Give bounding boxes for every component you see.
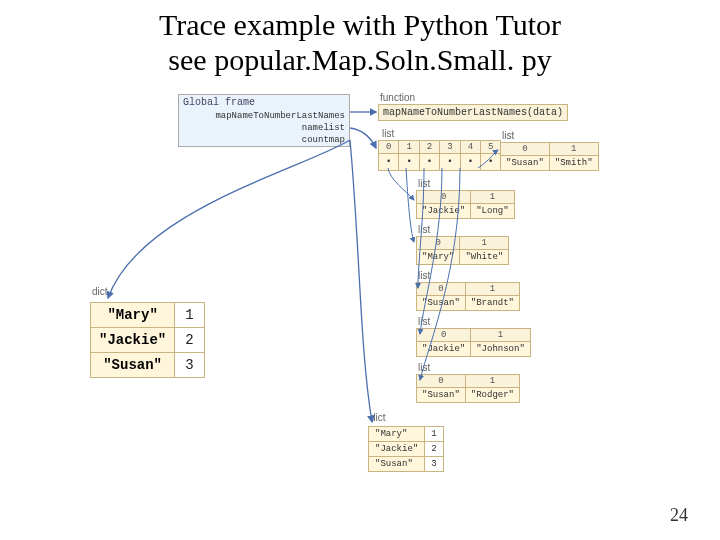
i: 1 bbox=[465, 375, 519, 388]
ptr-cell: • bbox=[481, 154, 501, 171]
ptr-cell: • bbox=[379, 154, 399, 171]
ptr-cell: • bbox=[419, 154, 439, 171]
v: "Susan" bbox=[501, 156, 550, 171]
v: "Susan" bbox=[417, 296, 466, 311]
ptr-cell: • bbox=[460, 154, 480, 171]
v: "Johnson" bbox=[471, 342, 531, 357]
function-signature: mapNameToNumberLastNames(data) bbox=[378, 104, 568, 121]
i: 0 bbox=[417, 329, 471, 342]
i: 0 bbox=[417, 375, 466, 388]
sublist-5: 01 "Susan""Rodger" bbox=[416, 374, 520, 403]
title-line-1: Trace example with Python Tutor bbox=[159, 8, 561, 41]
countmap-small-type-label: dict bbox=[370, 412, 386, 423]
namelist-list: 0 1 2 3 4 5 • • • • • • bbox=[378, 140, 501, 171]
global-var-namelist: namelist bbox=[179, 122, 349, 134]
idx-cell: 0 bbox=[379, 141, 399, 154]
idx-cell: 1 bbox=[399, 141, 419, 154]
sublist-3: 01 "Susan""Brandt" bbox=[416, 282, 520, 311]
ptr-cell: • bbox=[399, 154, 419, 171]
sublist-type-label: list bbox=[418, 178, 430, 189]
i: 1 bbox=[465, 283, 519, 296]
idx-cell: 2 bbox=[419, 141, 439, 154]
countmap-dict-small: "Mary"1 "Jackie"2 "Susan"3 bbox=[368, 426, 444, 472]
idx-cell: 4 bbox=[460, 141, 480, 154]
ptr-cell: • bbox=[440, 154, 460, 171]
sublist-type-label: list bbox=[418, 270, 430, 281]
dict-val: 1 bbox=[175, 303, 204, 328]
dict-key: "Jackie" bbox=[369, 442, 425, 457]
i: 0 bbox=[417, 237, 460, 250]
idx-cell: 5 bbox=[481, 141, 501, 154]
global-frame-title: Global frame bbox=[179, 95, 349, 110]
sublist-type-label: list bbox=[418, 362, 430, 373]
namelist-type-label: list bbox=[382, 128, 394, 139]
v: "Mary" bbox=[417, 250, 460, 265]
global-var-countmap: countmap bbox=[179, 134, 349, 146]
i: 1 bbox=[460, 237, 509, 250]
slide-title: Trace example with Python Tutor see popu… bbox=[0, 8, 720, 77]
sublist-1: 01 "Jackie""Long" bbox=[416, 190, 515, 219]
v: "Jackie" bbox=[417, 342, 471, 357]
dict-val: 2 bbox=[425, 442, 443, 457]
diagram-stage: Global frame mapNameToNumberLastNames na… bbox=[0, 90, 720, 540]
i: 1 bbox=[549, 143, 598, 156]
global-frame: Global frame mapNameToNumberLastNames na… bbox=[178, 94, 350, 147]
dict-val: 2 bbox=[175, 328, 204, 353]
i: 0 bbox=[501, 143, 550, 156]
countmap-type-label: dict bbox=[92, 286, 108, 297]
dict-val: 1 bbox=[425, 427, 443, 442]
v: "Long" bbox=[471, 204, 514, 219]
dict-key: "Susan" bbox=[91, 353, 175, 378]
v: "Rodger" bbox=[465, 388, 519, 403]
title-line-2: see popular.Map.Soln.Small. py bbox=[168, 43, 551, 76]
sublist-2: 01 "Mary""White" bbox=[416, 236, 509, 265]
dict-key: "Susan" bbox=[369, 457, 425, 472]
dict-key: "Jackie" bbox=[91, 328, 175, 353]
sublist-type-label: list bbox=[418, 316, 430, 327]
i: 0 bbox=[417, 191, 471, 204]
countmap-dict-large: "Mary"1 "Jackie"2 "Susan"3 bbox=[90, 302, 205, 378]
i: 1 bbox=[471, 191, 514, 204]
page-number: 24 bbox=[670, 505, 688, 526]
v: "Jackie" bbox=[417, 204, 471, 219]
dict-key: "Mary" bbox=[91, 303, 175, 328]
i: 1 bbox=[471, 329, 531, 342]
v: "White" bbox=[460, 250, 509, 265]
global-var-mapfn: mapNameToNumberLastNames bbox=[179, 110, 349, 122]
dict-val: 3 bbox=[425, 457, 443, 472]
function-type-label: function bbox=[380, 92, 415, 103]
sublist-4: 01 "Jackie""Johnson" bbox=[416, 328, 531, 357]
dict-val: 3 bbox=[175, 353, 204, 378]
sublist-0: 01 "Susan""Smith" bbox=[500, 142, 599, 171]
idx-cell: 3 bbox=[440, 141, 460, 154]
i: 0 bbox=[417, 283, 466, 296]
namelist-index-table: 0 1 2 3 4 5 • • • • • • bbox=[378, 140, 501, 171]
v: "Smith" bbox=[549, 156, 598, 171]
sublist-type-label: list bbox=[418, 224, 430, 235]
v: "Susan" bbox=[417, 388, 466, 403]
sublist-type-label: list bbox=[502, 130, 514, 141]
v: "Brandt" bbox=[465, 296, 519, 311]
dict-key: "Mary" bbox=[369, 427, 425, 442]
